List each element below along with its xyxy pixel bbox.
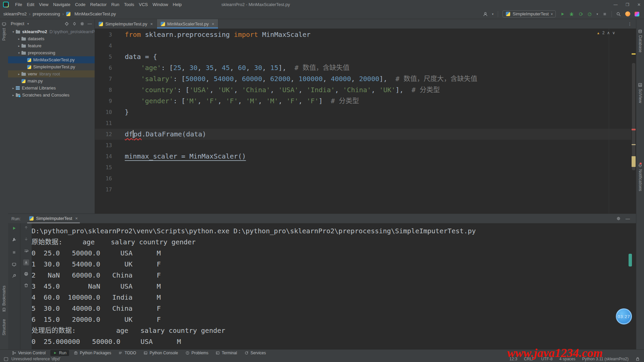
tree-chevron-icon[interactable]: ▸ (16, 72, 21, 76)
tree-chevron-icon[interactable]: ▸ (11, 86, 16, 90)
menu-code[interactable]: Code (73, 1, 88, 8)
line-number[interactable]: 3 (95, 29, 121, 40)
menu-file[interactable]: File (13, 1, 24, 8)
profiler-button[interactable] (587, 12, 592, 16)
line-number[interactable]: 10 (95, 107, 121, 118)
minimize-icon[interactable]: — (613, 2, 618, 7)
hide-panel-icon[interactable]: — (88, 21, 92, 26)
menu-tools[interactable]: Tools (122, 1, 137, 8)
next-problem-icon[interactable]: ∨ (612, 31, 615, 35)
tool-window-button-problems[interactable]: Problems (183, 350, 211, 356)
run-button[interactable] (560, 12, 565, 16)
run-tab[interactable]: SimpleImputerTest × (27, 214, 79, 223)
code-line-3[interactable]: 3from sklearn.preprocessing import MinMa… (95, 29, 631, 40)
menu-view[interactable]: View (37, 1, 51, 8)
project-panel-title[interactable]: Project (11, 21, 24, 26)
code-line-7[interactable]: 7 'salary': [50000, 54000, 60000, 62000,… (95, 73, 631, 84)
menu-help[interactable]: Help (170, 1, 184, 8)
tool-window-button-run[interactable]: Run (50, 350, 69, 356)
code-line-8[interactable]: 8 'country': ['USA', 'UK', 'China', 'USA… (95, 84, 631, 96)
code-line-4[interactable]: 4 (95, 40, 631, 51)
tree-item-main-py[interactable]: main.py (8, 77, 95, 84)
line-number[interactable]: 17 (95, 184, 121, 195)
tree-item-datasets[interactable]: ▸datasets (8, 35, 95, 42)
code-line-17[interactable]: 17 (95, 184, 631, 195)
stripe-mark-block[interactable] (632, 156, 636, 167)
pin-tab-icon[interactable] (12, 274, 16, 278)
line-number[interactable]: 9 (95, 96, 121, 107)
code-line-11[interactable]: 11 (95, 118, 631, 129)
clear-console-icon[interactable] (24, 283, 29, 288)
line-number[interactable]: 13 (95, 140, 121, 151)
tool-stripe-database[interactable]: Database (636, 29, 644, 52)
tool-stripe-project[interactable]: Project (0, 22, 8, 41)
editor-tab-options-icon[interactable]: ⋮ (624, 19, 636, 28)
rerun-button[interactable] (12, 226, 16, 231)
line-number[interactable]: 6 (95, 62, 121, 73)
print-icon[interactable] (24, 272, 29, 276)
tool-window-button-services[interactable]: Services (242, 350, 269, 356)
tool-stripe-bookmarks[interactable]: Bookmarks (0, 286, 8, 312)
menu-window[interactable]: Window (150, 1, 170, 8)
code-line-5[interactable]: 5data = { (95, 51, 631, 62)
tree-chevron-icon[interactable]: ▾ (16, 51, 21, 55)
close-icon[interactable]: × (150, 21, 153, 26)
tree-chevron-icon[interactable]: ▸ (16, 44, 21, 48)
close-icon[interactable]: × (212, 21, 214, 26)
scroll-to-end-icon[interactable] (23, 259, 29, 265)
minimize-panel-icon[interactable]: — (626, 216, 630, 221)
prev-problem-icon[interactable]: ∧ (607, 31, 610, 35)
editor-tab-minmaxscalertest-py[interactable]: MinMaxScalerTest.py× (157, 19, 218, 28)
scrollbar-thumb[interactable] (632, 63, 635, 170)
code-line-9[interactable]: 9 'gender': ['M', 'F', 'F', 'M', 'M', 'F… (95, 96, 631, 107)
collapse-all-icon[interactable] (72, 21, 77, 26)
warning-stripe-mark[interactable] (632, 53, 636, 55)
profiler-dropdown-icon[interactable]: ▾ (596, 12, 598, 16)
editor-scrollbar[interactable] (631, 28, 636, 214)
line-number[interactable]: 14 (95, 151, 121, 162)
tree-chevron-icon[interactable]: ▸ (16, 37, 21, 41)
tree-chevron-icon[interactable]: ▾ (11, 30, 16, 34)
tree-item-preprocessing[interactable]: ▾preprocessing (8, 49, 95, 56)
code-line-16[interactable]: 16 (95, 173, 631, 184)
close-icon[interactable]: × (75, 216, 78, 221)
readonly-lock-icon[interactable] (635, 357, 640, 361)
tree-item-simpleimputertest-py[interactable]: SimpleImputerTest.py (8, 63, 95, 70)
code-line-14[interactable]: 14minmax_scaler = MinMaxScaler() (95, 151, 631, 162)
error-stripe-mark[interactable] (632, 129, 636, 130)
code-editor[interactable]: 3from sklearn.preprocessing import MinMa… (95, 28, 631, 214)
tree-item-scratches-and-consoles[interactable]: ▸Scratches and Consoles (8, 92, 95, 99)
project-view-dropdown-icon[interactable]: ▾ (27, 22, 29, 25)
line-number[interactable]: 16 (95, 173, 121, 184)
menu-refactor[interactable]: Refactor (88, 1, 109, 8)
line-number[interactable]: 8 (95, 84, 121, 96)
breadcrumb-item[interactable]: sklearnPro2 (3, 11, 26, 16)
close-icon[interactable]: ✕ (637, 2, 641, 7)
code-line-15[interactable]: 15 (95, 162, 631, 173)
console-scrollbar-thumb[interactable] (629, 254, 632, 266)
line-number[interactable]: 11 (95, 118, 121, 129)
tree-chevron-icon[interactable]: ▸ (11, 94, 16, 97)
line-number[interactable]: 7 (95, 73, 121, 84)
coverage-button[interactable] (578, 12, 583, 16)
line-number[interactable]: 12 (95, 129, 121, 140)
tool-window-button-python-console[interactable]: Python Console (141, 350, 181, 356)
restore-icon[interactable]: ❐ (626, 2, 629, 7)
update-badge-icon[interactable] (625, 11, 630, 16)
memory-indicator-icon[interactable] (4, 357, 8, 361)
code-line-12[interactable]: 12dfpd.DataFrame(data) (95, 129, 631, 140)
run-settings-icon[interactable] (616, 216, 621, 221)
line-number[interactable]: 4 (95, 40, 121, 51)
menu-edit[interactable]: Edit (24, 1, 37, 8)
breadcrumb-item[interactable]: MinMaxScalerTest.py (74, 11, 116, 16)
tree-item-minmaxscalertest-py[interactable]: MinMaxScalerTest.py (8, 56, 95, 63)
menu-navigate[interactable]: Navigate (51, 1, 72, 8)
tool-window-button-todo[interactable]: TODO (116, 350, 139, 356)
menu-vcs[interactable]: VCS (137, 1, 150, 8)
search-everywhere-icon[interactable] (616, 12, 621, 16)
menu-run[interactable]: Run (109, 1, 122, 8)
tree-item-external-libraries[interactable]: ▸External Libraries (8, 84, 95, 92)
run-config-select[interactable]: SimpleImputerTest ▾ (502, 10, 556, 17)
restore-layout-icon[interactable] (12, 262, 16, 267)
edit-configuration-icon[interactable] (12, 237, 16, 242)
